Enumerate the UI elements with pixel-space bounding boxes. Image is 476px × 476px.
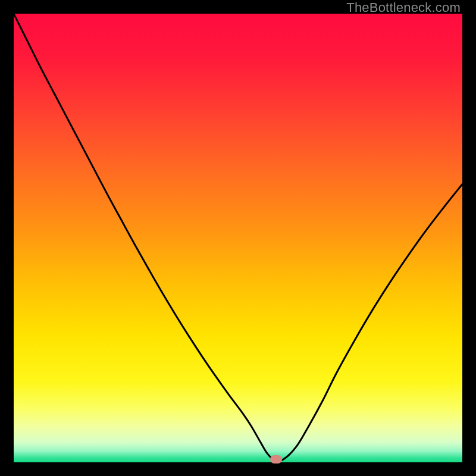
- chart-frame: TheBottleneck.com: [0, 0, 476, 476]
- plot-area: [14, 14, 462, 462]
- bottleneck-curve: [14, 14, 462, 462]
- optimal-point-marker: [270, 455, 282, 464]
